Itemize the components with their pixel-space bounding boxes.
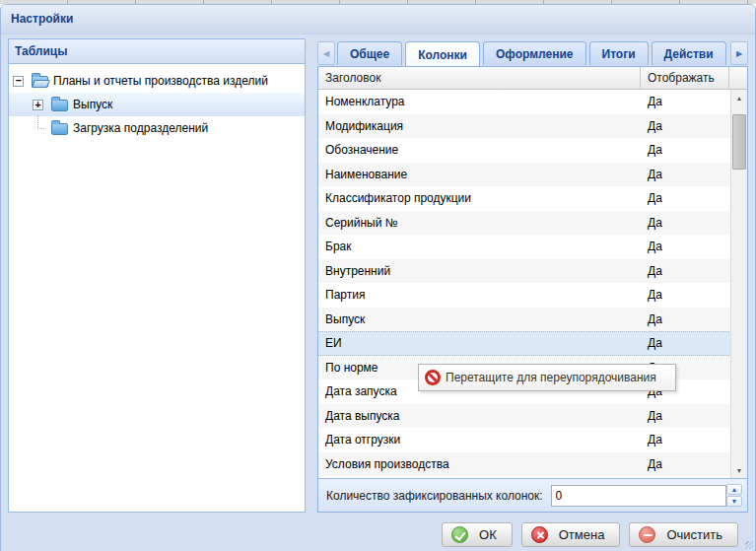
tab-label: Оформление — [496, 47, 574, 61]
button-label: Отмена — [559, 527, 605, 542]
row-title-cell: Условия производства — [318, 457, 641, 471]
grid-body: Номенклатура Да Модификация Да Обозначен… — [318, 90, 747, 478]
tab-label: Общее — [350, 47, 389, 61]
tab[interactable]: Итоги — [589, 41, 649, 65]
grid-scrollbar[interactable]: ▲ ▼ — [730, 90, 747, 478]
columns-config-panel: ◀ Общее Колонки Оформление Итоги Действи — [317, 38, 748, 513]
tree-item-label: Выпуск — [73, 98, 112, 111]
grid-row[interactable]: Дата отгрузки Да — [318, 428, 747, 452]
fixed-columns-label: Количество зафиксированных колонок: — [326, 489, 543, 503]
row-title-cell: Наименование — [318, 168, 641, 181]
tab[interactable]: Общее — [337, 41, 402, 65]
row-title-cell: Модификация — [318, 119, 641, 133]
scroll-up-button[interactable]: ▲ — [731, 90, 747, 105]
tab-scroll-right-button[interactable]: ▶ — [730, 41, 748, 65]
tab-label: Колонки — [418, 48, 467, 62]
no-drop-icon — [425, 370, 441, 385]
scrollbar-thumb[interactable] — [732, 114, 746, 170]
grid-row[interactable]: Модификация Да — [318, 114, 747, 139]
row-title-cell: Обозначение — [318, 143, 641, 157]
resize-handle[interactable] — [745, 541, 753, 549]
footer-button[interactable]: Отмена — [521, 522, 621, 547]
column-header-title[interactable]: Заголовок — [318, 67, 641, 89]
row-display-cell[interactable]: Да — [641, 168, 729, 181]
footer-button[interactable]: Очистить — [629, 522, 738, 547]
grid-row[interactable]: Брак Да — [318, 235, 747, 259]
row-title-cell: Выпуск — [318, 312, 641, 326]
row-title-cell: Дата отгрузки — [318, 433, 641, 447]
grid-row[interactable]: Условия производства Да — [318, 452, 747, 477]
grid-row[interactable]: Обозначение Да — [318, 138, 747, 163]
spinner-down-icon: ▼ — [731, 498, 738, 505]
tree-item-label: Загрузка подразделений — [73, 121, 208, 135]
spinner-down-button[interactable]: ▼ — [726, 496, 742, 507]
row-display-cell[interactable]: Да — [641, 433, 729, 447]
tables-panel-title: Таблицы — [15, 44, 67, 58]
tab-label: Итоги — [602, 47, 636, 61]
tree-item[interactable]: Загрузка подразделений — [9, 116, 305, 140]
grid-row[interactable]: Внутренний Да — [318, 259, 747, 284]
row-title-cell: Внутренний — [318, 264, 641, 278]
folder-icon — [51, 123, 68, 135]
tabstrip: ◀ Общее Колонки Оформление Итоги Действи — [317, 38, 748, 66]
tab-scroll-left-button[interactable]: ◀ — [317, 41, 335, 65]
fixed-columns-spinner: ▲ ▼ — [726, 484, 742, 507]
columns-grid: Заголовок Отображать Номенклатура Да Мод… — [317, 66, 748, 513]
grid-row[interactable]: Наименование Да — [318, 163, 747, 187]
row-display-cell[interactable]: Да — [641, 336, 729, 350]
drag-tooltip-text: Перетащите для переупорядочивания — [446, 371, 656, 384]
button-icon — [639, 526, 655, 543]
tab[interactable]: Оформление — [483, 41, 586, 65]
grid-row[interactable]: Серийный № Да — [318, 211, 747, 236]
tab[interactable]: Колонки — [405, 41, 480, 66]
dialog-title: Настройки — [11, 12, 73, 26]
row-display-cell[interactable]: Да — [641, 119, 729, 133]
row-title-cell: Партия — [318, 288, 641, 302]
grid-header: Заголовок Отображать — [318, 67, 747, 90]
row-display-cell[interactable]: Да — [641, 143, 729, 157]
grid-row[interactable]: Классификатор продукции Да — [318, 186, 747, 211]
scroll-up-icon: ▲ — [736, 95, 743, 102]
tab[interactable]: Действи — [652, 41, 726, 65]
tree-item-label: Планы и отчеты производства изделий — [53, 74, 268, 88]
button-label: Очистить — [666, 527, 722, 542]
grid-row[interactable]: Партия Да — [318, 283, 747, 308]
row-display-cell[interactable]: Да — [641, 95, 729, 108]
tree-item[interactable]: Планы и отчеты производства изделий — [9, 69, 305, 93]
row-display-cell[interactable]: Да — [641, 264, 729, 278]
spinner-up-icon: ▲ — [731, 486, 738, 493]
row-display-cell[interactable]: Да — [641, 288, 729, 302]
settings-dialog: Настройки Таблицы Планы и отчеты произво… — [0, 4, 756, 551]
tree-toggle-icon[interactable] — [13, 76, 24, 87]
tree-toggle-icon[interactable] — [33, 100, 43, 110]
column-header-display[interactable]: Отображать — [641, 67, 729, 89]
tables-panel-header: Таблицы — [9, 39, 305, 64]
row-display-cell[interactable]: Да — [641, 312, 729, 326]
scroll-down-icon: ▼ — [736, 467, 743, 474]
tabs: Общее Колонки Оформление Итоги Действи — [337, 38, 731, 66]
footer-button[interactable]: ОК — [442, 522, 513, 547]
row-title-cell: Номенклатура — [318, 95, 641, 108]
folder-icon — [32, 76, 48, 88]
spinner-up-button[interactable]: ▲ — [726, 484, 742, 495]
button-icon — [531, 526, 548, 543]
dialog-titlebar[interactable]: Настройки — [1, 5, 755, 34]
fixed-columns-toolbar: Количество зафиксированных колонок: ▲ ▼ — [318, 478, 747, 512]
grid-row[interactable]: ЕИ Да — [318, 331, 747, 356]
row-display-cell[interactable]: Да — [641, 409, 729, 423]
row-display-cell[interactable]: Да — [641, 457, 729, 471]
scroll-down-button[interactable]: ▼ — [731, 462, 747, 478]
tab-scroll-left-icon: ◀ — [323, 49, 329, 58]
row-title-cell: Классификатор продукции — [318, 191, 641, 205]
tree-item[interactable]: Выпуск — [9, 93, 305, 116]
row-display-cell[interactable]: Да — [641, 216, 729, 230]
grid-row[interactable]: Номенклатура Да — [318, 90, 747, 114]
folder-icon — [51, 100, 68, 111]
grid-row[interactable]: Выпуск Да — [318, 308, 747, 332]
row-display-cell[interactable]: Да — [641, 191, 729, 205]
row-display-cell[interactable]: Да — [641, 240, 729, 253]
row-title-cell: Брак — [318, 240, 641, 253]
fixed-columns-input[interactable] — [551, 485, 726, 507]
tree-toggle-icon[interactable] — [33, 123, 43, 134]
grid-row[interactable]: Дата выпуска Да — [318, 404, 747, 429]
